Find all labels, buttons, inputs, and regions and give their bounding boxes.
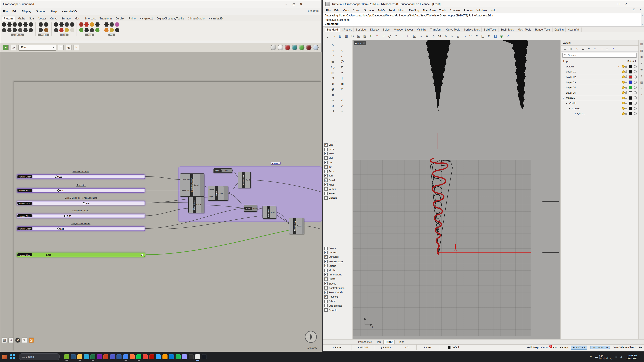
layer-visibility-bulb-icon[interactable]: [622, 76, 624, 78]
filter-toggle[interactable]: Surfaces: [324, 255, 352, 259]
wire[interactable]: [145, 202, 188, 203]
toolbar-tab[interactable]: Render Tools: [534, 27, 552, 32]
gh-component-icon[interactable]: [110, 22, 114, 27]
menu-item[interactable]: Display: [22, 10, 32, 13]
checkbox[interactable]: [324, 286, 328, 290]
viewport-tab[interactable]: Perspective: [356, 340, 374, 344]
active-layer-indicator[interactable]: Default: [440, 345, 468, 350]
category-tab[interactable]: Vector: [37, 16, 48, 21]
menu-item[interactable]: SubD: [378, 8, 385, 12]
gh-component-icon[interactable]: [28, 28, 33, 32]
checkbox[interactable]: [324, 304, 328, 307]
filter-toggle[interactable]: Sub-objects: [324, 304, 352, 308]
toolbar-icon[interactable]: ▣: [356, 33, 361, 39]
toolbar-tab[interactable]: Curve Tools: [444, 27, 462, 32]
sidebar-tool-icon[interactable]: ◯: [330, 64, 336, 70]
category-tab[interactable]: Intersect: [84, 16, 97, 21]
toolbar-icon[interactable]: ▥: [344, 33, 349, 39]
sidebar-tool-icon[interactable]: ⋔: [339, 98, 346, 103]
gh-component-icon[interactable]: [84, 22, 89, 27]
display-mode-icon[interactable]: [278, 45, 283, 50]
category-tab[interactable]: ClimateStudio: [186, 16, 206, 21]
sidebar-tool-icon[interactable]: ▭: [330, 59, 336, 64]
slider-grip[interactable]: [57, 189, 60, 192]
checkbox[interactable]: [324, 264, 328, 268]
gh-component-icon[interactable]: [70, 28, 74, 32]
number-slider[interactable]: Number Slider 4.60: [17, 174, 145, 179]
layer-name[interactable]: Default: [566, 65, 574, 68]
layers-toolbar-icon[interactable]: ✕: [575, 46, 579, 51]
wire[interactable]: [251, 180, 321, 192]
layer-color-swatch[interactable]: [629, 112, 632, 115]
toolbar-icon[interactable]: ✂: [350, 33, 355, 39]
checkbox[interactable]: [324, 148, 328, 151]
layer-name[interactable]: Layer 01: [575, 112, 585, 115]
osnap-toggle[interactable]: Mid: [324, 156, 352, 160]
status-toggle[interactable]: Ortho: [541, 346, 548, 349]
mdi-close-icon[interactable]: ✕: [638, 8, 642, 11]
layers-column-headers[interactable]: Layer Material: [560, 59, 638, 64]
menu-item[interactable]: Karamba3D: [62, 10, 77, 13]
gh-component-multiplication[interactable]: ·· Multiplication Result: [289, 218, 304, 234]
filter-toggle[interactable]: Points: [324, 246, 352, 250]
gh-component-icon[interactable]: [54, 28, 58, 32]
taskbar-app-icon[interactable]: [169, 354, 174, 359]
gh-component-icon[interactable]: [95, 28, 100, 32]
sidebar-tool-icon[interactable]: ⌐: [339, 53, 346, 58]
sidebar-tool-icon[interactable]: ∫: [339, 75, 346, 81]
sidebar-tool-icon[interactable]: ≋: [339, 64, 346, 70]
gh-component-icon[interactable]: [64, 22, 69, 27]
gh-component-icon[interactable]: [59, 22, 64, 27]
layer-lock-icon[interactable]: [625, 87, 627, 89]
layer-lock-icon[interactable]: [625, 113, 627, 115]
layer-expander-icon[interactable]: [569, 107, 571, 109]
gh-component-icon[interactable]: [90, 22, 94, 27]
gh-component-icon[interactable]: [110, 28, 114, 32]
menu-item[interactable]: Transform: [423, 8, 436, 12]
toolbar-icon[interactable]: ✕: [381, 33, 386, 39]
grasshopper-titlebar[interactable]: Grasshopper - unnamed – ▢ ✕: [0, 0, 321, 8]
checkbox[interactable]: [324, 192, 328, 195]
layer-row[interactable]: Layer 03: [560, 80, 638, 85]
layer-visibility-bulb-icon[interactable]: [622, 97, 624, 99]
toolbar-icon[interactable]: ▦: [337, 33, 343, 39]
sidebar-tool-icon[interactable]: ∿: [330, 48, 336, 53]
panel-grip[interactable]: · · · ·: [324, 141, 352, 143]
gh-component-icon[interactable]: [115, 22, 120, 27]
taskbar-corner-icon[interactable]: [2, 355, 7, 359]
viewport-title-chip[interactable]: Front▾: [354, 41, 366, 45]
minimize-icon[interactable]: –: [610, 2, 614, 5]
status-toggle[interactable]: SmartTrack: [571, 346, 587, 350]
toolbar-icon[interactable]: ◫: [480, 33, 486, 39]
slider-track[interactable]: 128: [33, 227, 144, 230]
number-slider[interactable]: Number Slider 149: [17, 201, 145, 205]
sidebar-tool-icon[interactable]: ◜: [339, 92, 346, 97]
osnap-toggle[interactable]: Project: [324, 191, 352, 196]
toolbar-icon[interactable]: ▯: [325, 33, 330, 39]
layer-lock-icon[interactable]: [625, 82, 627, 83]
display-mode-icon[interactable]: [313, 45, 318, 50]
layers-search-input[interactable]: [567, 53, 635, 57]
show-desktop-button[interactable]: [641, 353, 642, 361]
taskbar-app-icon[interactable]: [110, 354, 115, 359]
taskbar-app-icon[interactable]: [156, 354, 161, 359]
canvas-widget-icon[interactable]: ▦: [2, 338, 7, 343]
checkbox[interactable]: [324, 295, 328, 299]
layer-name[interactable]: Layer 05: [566, 91, 576, 94]
toolbar-icon[interactable]: ?: [505, 33, 510, 39]
gh-component-icon[interactable]: [59, 28, 64, 32]
zoom-level-select[interactable]: 92%▾: [18, 44, 56, 50]
gh-component-icon[interactable]: [90, 28, 94, 32]
checkbox[interactable]: [324, 183, 328, 186]
volume-icon[interactable]: ♬: [620, 355, 623, 358]
layer-row[interactable]: Layer 01: [560, 69, 638, 74]
gh-component-icon[interactable]: [38, 28, 43, 32]
toolbar-icon[interactable]: ◉: [499, 33, 504, 39]
gh-component-icon[interactable]: [2, 28, 6, 32]
layer-visibility-bulb-icon[interactable]: [622, 102, 624, 104]
slider-track[interactable]: 0.073: [33, 254, 144, 256]
toolbar-icon[interactable]: ↷: [374, 33, 380, 39]
sidebar-tool-icon[interactable]: ◇: [339, 103, 346, 108]
layer-lock-icon[interactable]: [625, 108, 627, 109]
gh-component-icon[interactable]: [70, 22, 74, 27]
